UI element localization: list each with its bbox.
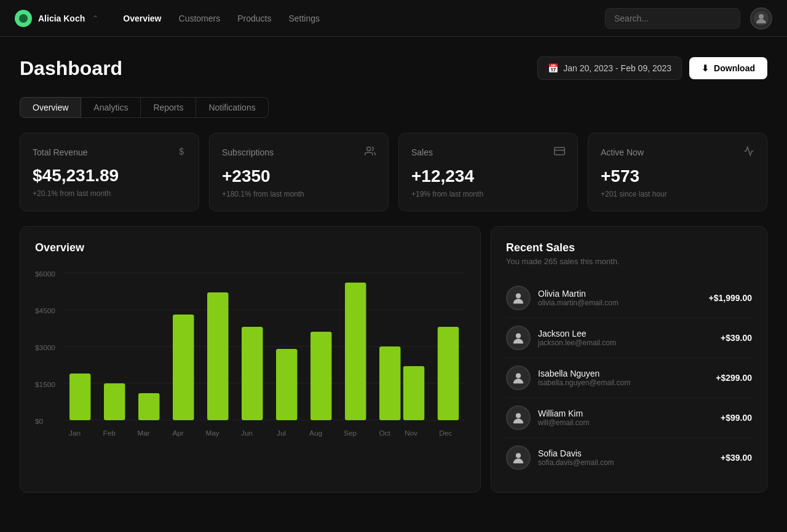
metric-change-sales: +19% from last month	[411, 190, 565, 198]
sale-info-4: Sofia Davis sofia.davis@email.com	[538, 448, 713, 467]
y-label-0: $0	[35, 418, 43, 425]
x-label-apr: Apr	[172, 429, 184, 437]
metric-subscriptions: Subscriptions +2350 +180.1% from last mo…	[209, 133, 389, 211]
bar-chart-svg: $6000 $4500 $3000 $1500 $0	[35, 267, 465, 463]
sale-amount-1: +$39.00	[721, 333, 752, 343]
y-label-6000: $6000	[35, 270, 55, 278]
nav-logo	[15, 10, 32, 27]
sale-avatar-1	[506, 326, 531, 350]
sale-email-3: will@email.com	[538, 418, 713, 427]
download-icon: ⬇	[702, 63, 709, 73]
sale-email-4: sofia.davis@email.com	[538, 458, 713, 467]
activity-icon	[743, 146, 754, 159]
page-header: Dashboard 📅 Jan 20, 2023 - Feb 09, 2023 …	[20, 57, 767, 80]
y-label-1500: $1500	[35, 381, 55, 388]
metric-header: Active Now	[601, 146, 754, 159]
bar-may	[207, 292, 228, 420]
svg-point-2	[367, 147, 371, 151]
page-title: Dashboard	[20, 57, 122, 80]
sale-avatar-3	[506, 405, 531, 430]
sale-email-0: olivia.martin@email.com	[538, 299, 702, 307]
x-label-may: May	[205, 429, 219, 437]
download-label: Download	[714, 63, 755, 73]
recent-sales-subtitle: You made 265 sales this month.	[506, 257, 752, 266]
download-button[interactable]: ⬇ Download	[689, 57, 767, 79]
sale-name-3: William Kim	[538, 409, 713, 418]
nav-username: Alicia Koch	[38, 14, 85, 23]
nav-right	[605, 7, 772, 29]
nav-link-customers[interactable]: Customers	[179, 14, 221, 23]
tab-analytics[interactable]: Analytics	[81, 97, 141, 118]
sale-item-4: Sofia Davis sofia.davis@email.com +$39.0…	[506, 438, 752, 477]
svg-point-19	[516, 453, 521, 458]
sale-item-1: Jackson Lee jackson.lee@email.com +$39.0…	[506, 318, 752, 358]
x-label-jan: Jan	[69, 429, 81, 437]
metric-value-active: +573	[601, 166, 754, 186]
recent-sales-title: Recent Sales	[506, 241, 752, 254]
sale-avatar-2	[506, 366, 531, 390]
y-label-3000: $3000	[35, 344, 55, 351]
metric-change-revenue: +20.1% from last month	[33, 189, 186, 198]
sale-avatar-0	[506, 286, 531, 310]
recent-sales-card: Recent Sales You made 265 sales this mon…	[491, 226, 767, 493]
bar-sep	[345, 283, 366, 420]
sale-amount-0: +$1,999.00	[709, 293, 752, 303]
main-content: Dashboard 📅 Jan 20, 2023 - Feb 09, 2023 …	[0, 37, 787, 507]
chart-card: Overview $6000 $4500 $3000 $1500 $0	[20, 226, 481, 493]
sale-name-2: Isabella Nguyen	[538, 369, 708, 378]
avatar[interactable]	[750, 7, 772, 29]
x-label-mar: Mar	[137, 429, 150, 437]
metric-label-active: Active Now	[601, 147, 644, 157]
sale-email-2: isabella.nguyen@email.com	[538, 378, 708, 387]
metric-value-subscriptions: +2350	[222, 166, 376, 186]
card-icon	[554, 146, 565, 159]
sale-email-1: jackson.lee@email.com	[538, 338, 713, 347]
metric-change-subscriptions: +180.1% from last month	[222, 190, 376, 198]
tab-overview[interactable]: Overview	[20, 97, 81, 118]
metric-header: Subscriptions	[222, 146, 376, 159]
sale-info-0: Olivia Martin olivia.martin@email.com	[538, 289, 702, 307]
metric-label-sales: Sales	[411, 147, 433, 157]
x-label-aug: Aug	[309, 429, 322, 437]
metric-value-sales: +12,234	[411, 166, 565, 186]
sale-item-3: William Kim will@email.com +$99.00	[506, 398, 752, 438]
nav-link-overview[interactable]: Overview	[123, 14, 161, 23]
bar-aug	[310, 332, 331, 420]
nav-link-products[interactable]: Products	[237, 14, 271, 23]
bar-jan	[69, 374, 90, 420]
nav-brand[interactable]: Alicia Koch ⌃	[15, 10, 98, 27]
sale-amount-2: +$299.00	[716, 373, 752, 383]
chart-area: $6000 $4500 $3000 $1500 $0	[35, 267, 465, 463]
x-label-jun: Jun	[241, 429, 253, 437]
dollar-icon: ＄	[176, 146, 186, 158]
bar-mar	[138, 393, 159, 420]
sale-info-2: Isabella Nguyen isabella.nguyen@email.co…	[538, 369, 708, 387]
bar-oct	[379, 346, 400, 420]
metric-change-active: +201 since last hour	[601, 190, 754, 198]
svg-point-1	[759, 14, 764, 19]
x-label-sep: Sep	[344, 429, 357, 437]
x-label-feb: Feb	[103, 429, 115, 437]
svg-point-11	[516, 293, 521, 298]
bar-dec	[438, 327, 459, 420]
svg-point-15	[516, 373, 521, 378]
sale-amount-3: +$99.00	[721, 413, 752, 423]
svg-point-17	[516, 413, 521, 418]
search-input[interactable]	[605, 8, 740, 29]
x-label-nov: Nov	[405, 429, 417, 437]
calendar-icon: 📅	[548, 63, 558, 73]
tab-reports[interactable]: Reports	[141, 97, 196, 118]
metric-sales: Sales +12,234 +19% from last month	[398, 133, 578, 211]
bar-nov	[403, 366, 424, 420]
metric-total-revenue: Total Revenue ＄ $45,231.89 +20.1% from l…	[20, 133, 199, 211]
sale-item-0: Olivia Martin olivia.martin@email.com +$…	[506, 278, 752, 318]
x-label-jul: Jul	[277, 429, 286, 437]
tab-notifications[interactable]: Notifications	[196, 97, 268, 118]
nav-link-settings[interactable]: Settings	[288, 14, 320, 23]
date-range-button[interactable]: 📅 Jan 20, 2023 - Feb 09, 2023	[537, 57, 682, 80]
sale-name-1: Jackson Lee	[538, 329, 713, 338]
tab-bar: Overview Analytics Reports Notifications	[20, 97, 767, 118]
metric-header: Sales	[411, 146, 565, 159]
chevron-icon: ⌃	[92, 14, 98, 23]
bar-feb	[104, 383, 125, 420]
